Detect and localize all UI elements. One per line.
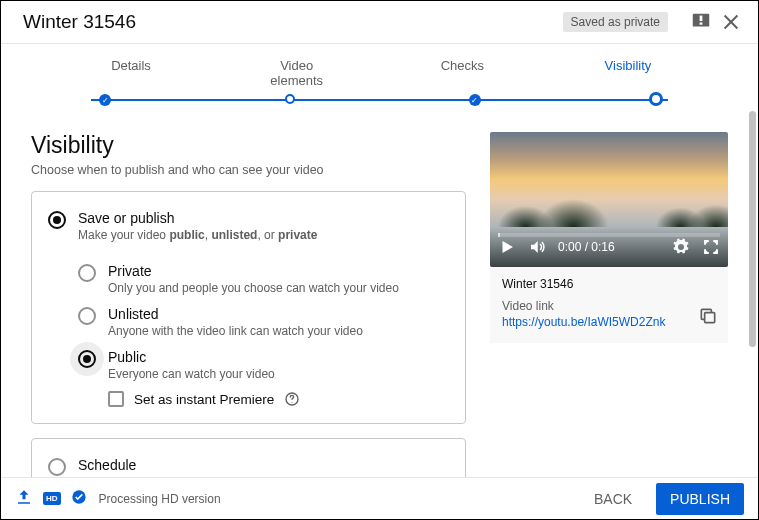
public-desc: Everyone can watch your video	[108, 367, 300, 381]
schedule-title: Schedule	[78, 457, 291, 473]
save-status-badge: Saved as private	[563, 12, 668, 32]
processing-status: Processing HD version	[99, 492, 221, 506]
video-title: Winter 31546	[23, 11, 563, 33]
premiere-label: Set as instant Premiere	[134, 392, 274, 407]
video-link-label: Video link	[502, 299, 716, 313]
upload-icon	[15, 488, 33, 510]
svg-rect-2	[700, 22, 703, 24]
step-checks[interactable]: Checks	[422, 58, 502, 88]
save-or-publish-desc: Make your video public, unlisted, or pri…	[78, 228, 317, 242]
step-dot-video-elements	[285, 94, 295, 104]
publish-button[interactable]: PUBLISH	[656, 483, 744, 515]
public-title: Public	[108, 349, 300, 365]
unlisted-title: Unlisted	[108, 306, 363, 322]
step-video-elements[interactable]: Video elements	[257, 58, 337, 88]
video-preview[interactable]: 0:00 / 0:16	[490, 132, 728, 267]
settings-icon[interactable]	[672, 238, 690, 256]
page-subtitle: Choose when to publish and who can see y…	[31, 163, 466, 177]
radio-unlisted[interactable]	[78, 307, 96, 325]
option-schedule[interactable]: Schedule Select a date to make your vide…	[48, 453, 449, 477]
radio-public[interactable]	[78, 350, 96, 368]
back-button[interactable]: BACK	[580, 483, 646, 515]
stepper-line	[91, 99, 668, 101]
volume-icon[interactable]	[528, 238, 546, 256]
save-or-publish-title: Save or publish	[78, 210, 317, 226]
premiere-row[interactable]: Set as instant Premiere	[108, 391, 300, 407]
feedback-icon[interactable]	[690, 11, 712, 33]
checkmark-icon	[71, 489, 87, 509]
upload-dialog: Winter 31546 Saved as private Details Vi…	[1, 1, 758, 519]
copy-icon[interactable]	[698, 306, 718, 329]
scrollbar[interactable]	[749, 111, 756, 347]
option-private[interactable]: Private Only you and people you choose c…	[78, 254, 449, 297]
radio-private[interactable]	[78, 264, 96, 282]
private-desc: Only you and people you choose can watch…	[108, 281, 399, 295]
meta-video-title: Winter 31546	[502, 277, 716, 291]
step-visibility[interactable]: Visibility	[588, 58, 668, 88]
svg-rect-7	[705, 313, 715, 323]
radio-save-or-publish[interactable]	[48, 211, 66, 229]
schedule-card: Schedule Select a date to make your vide…	[31, 438, 466, 477]
video-meta: Winter 31546 Video link https://youtu.be…	[490, 267, 728, 343]
save-or-publish-option[interactable]: Save or publish Make your video public, …	[48, 206, 449, 246]
svg-rect-1	[700, 16, 703, 21]
radio-schedule[interactable]	[48, 458, 66, 476]
dialog-body: Visibility Choose when to publish and wh…	[1, 126, 758, 477]
step-dot-visibility	[649, 92, 663, 106]
help-icon[interactable]	[284, 391, 300, 407]
preview-panel: 0:00 / 0:16 Winter 31546 Video link http…	[490, 132, 728, 467]
stepper: Details Video elements Checks Visibility	[1, 44, 758, 126]
video-link[interactable]: https://youtu.be/IaWI5WD2Znk	[502, 315, 716, 329]
unlisted-desc: Anyone with the video link can watch you…	[108, 324, 363, 338]
page-title: Visibility	[31, 132, 466, 159]
step-dot-checks	[469, 94, 481, 106]
time-display: 0:00 / 0:16	[558, 240, 615, 254]
close-icon[interactable]	[720, 11, 742, 33]
play-icon[interactable]	[498, 238, 516, 256]
step-dot-details	[99, 94, 111, 106]
save-or-publish-card: Save or publish Make your video public, …	[31, 191, 466, 424]
svg-point-6	[292, 402, 293, 403]
hd-badge: HD	[43, 492, 61, 505]
private-title: Private	[108, 263, 399, 279]
step-details[interactable]: Details	[91, 58, 171, 88]
dialog-footer: HD Processing HD version BACK PUBLISH	[1, 477, 758, 519]
fullscreen-icon[interactable]	[702, 238, 720, 256]
option-public[interactable]: Public Everyone can watch your video Set…	[78, 340, 449, 409]
dialog-header: Winter 31546 Saved as private	[1, 1, 758, 44]
checkbox-premiere[interactable]	[108, 391, 124, 407]
option-unlisted[interactable]: Unlisted Anyone with the video link can …	[78, 297, 449, 340]
